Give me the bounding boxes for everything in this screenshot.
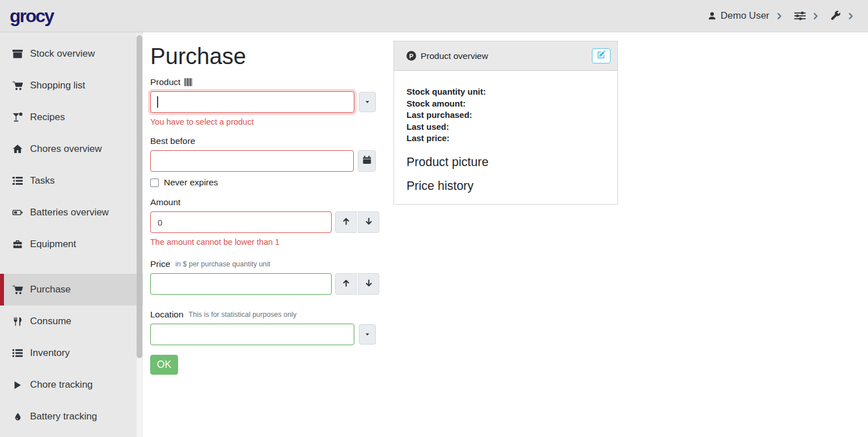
caret-down-icon <box>365 329 370 340</box>
stock-amount-label: Stock amount: <box>407 98 606 110</box>
amount-decrement-button[interactable] <box>358 211 379 233</box>
price-field-group: Price in $ per purchase quantity unit <box>150 259 376 295</box>
sidebar-scrollbar-track[interactable] <box>137 34 142 437</box>
arrow-down-icon <box>365 217 373 228</box>
sidebar-item-purchase[interactable]: Purchase <box>0 274 143 306</box>
amount-field-group: Amount The amount cannot be lower than 1 <box>150 197 376 247</box>
amount-input[interactable] <box>150 211 332 233</box>
sidebar-scrollbar-thumb[interactable] <box>137 35 142 358</box>
sidebar-item-label: Tasks <box>30 175 54 186</box>
sidebar-item-label: Consume <box>30 316 71 327</box>
sidebar-item-label: Battery tracking <box>30 411 97 422</box>
topbar-nav: Demo User <box>708 10 854 22</box>
product-error-text: You have to select a product <box>150 117 376 126</box>
price-decrement-button[interactable] <box>358 273 379 295</box>
home-icon <box>11 144 24 154</box>
product-picture-heading: Product picture <box>407 155 606 169</box>
sidebar-item-consume[interactable]: Consume <box>0 306 143 337</box>
list-icon <box>11 348 24 358</box>
sliders-icon <box>794 11 806 21</box>
battery-icon <box>11 208 24 217</box>
best-before-label: Best before <box>150 136 195 146</box>
topbar: grocy Demo User <box>0 0 868 32</box>
product-input[interactable] <box>150 91 354 113</box>
price-label: Price <box>150 259 170 269</box>
shopping-cart-icon <box>11 285 24 295</box>
grocy-logo: grocy <box>10 7 53 25</box>
sidebar: Stock overview Shopping list Recipes Cho… <box>0 32 143 437</box>
product-label: Product <box>150 77 180 87</box>
never-expires-checkbox[interactable] <box>150 179 159 187</box>
sidebar-item-batteries-overview[interactable]: Batteries overview <box>0 197 143 228</box>
amount-label: Amount <box>150 197 180 207</box>
last-used-label: Last used: <box>407 121 606 133</box>
sidebar-item-inventory[interactable]: Inventory <box>0 337 143 369</box>
product-dropdown-button[interactable] <box>359 92 376 112</box>
sidebar-item-label: Purchase <box>30 284 71 295</box>
sidebar-item-label: Chore tracking <box>30 379 93 391</box>
location-field-group: Location This is for statistical purpose… <box>150 309 376 345</box>
never-expires-label: Never expires <box>164 177 218 188</box>
location-label: Location <box>150 309 184 320</box>
best-before-input[interactable] <box>150 150 354 172</box>
sidebar-item-battery-tracking[interactable]: Battery tracking <box>0 401 143 432</box>
sidebar-item-chores-overview[interactable]: Chores overview <box>0 133 143 165</box>
calendar-icon <box>362 155 371 167</box>
calendar-button[interactable] <box>358 150 376 172</box>
tasks-icon <box>11 176 24 186</box>
user-icon <box>708 11 717 20</box>
chevron-right-icon <box>812 12 819 20</box>
amount-error-text: The amount cannot be lower than 1 <box>150 237 376 247</box>
amount-increment-button[interactable] <box>335 211 357 233</box>
arrow-down-icon <box>365 279 373 290</box>
sidebar-item-recipes[interactable]: Recipes <box>0 101 143 133</box>
ok-button[interactable]: OK <box>150 355 178 375</box>
box-icon <box>11 49 24 59</box>
user-name: Demo User <box>721 10 769 22</box>
shopping-cart-icon <box>11 81 24 91</box>
product-overview-body: Stock quantity unit: Stock amount: Last … <box>394 71 617 193</box>
cocktail-icon <box>11 112 24 122</box>
product-field-group: Product You have to select a product <box>150 77 376 126</box>
play-icon <box>11 380 24 390</box>
sidebar-item-tasks[interactable]: Tasks <box>0 165 143 197</box>
last-purchased-label: Last purchased: <box>407 109 606 121</box>
price-increment-button[interactable] <box>335 273 357 295</box>
purchase-form: Product You have to select a product <box>150 77 376 375</box>
product-overview-title: Product overview <box>421 51 488 61</box>
sidebar-item-label: Inventory <box>30 347 70 359</box>
sidebar-item-label: Chores overview <box>30 143 102 155</box>
location-hint: This is for statistical purposes only <box>189 311 297 319</box>
app-window: grocy Demo User <box>0 0 868 437</box>
toolbox-icon <box>11 239 24 249</box>
product-circle-icon: P <box>407 51 416 61</box>
product-overview-header: P Product overview <box>394 41 617 71</box>
edit-icon <box>597 50 606 61</box>
location-dropdown-button[interactable] <box>359 324 376 345</box>
price-input[interactable] <box>150 273 332 295</box>
product-input-wrap <box>150 91 354 113</box>
caret-down-icon <box>365 97 370 107</box>
sidebar-item-label: Shopping list <box>30 80 85 91</box>
user-menu[interactable]: Demo User <box>708 10 769 22</box>
sidebar-item-label: Stock overview <box>30 48 95 60</box>
chevron-right-icon <box>776 12 783 20</box>
never-expires-row: Never expires <box>150 177 376 188</box>
arrow-up-icon <box>342 217 350 228</box>
sidebar-item-shopping-list[interactable]: Shopping list <box>0 70 143 101</box>
sidebar-item-equipment[interactable]: Equipment <box>0 228 143 260</box>
drop-icon <box>11 412 24 422</box>
settings-menu[interactable] <box>794 11 806 21</box>
sidebar-item-label: Batteries overview <box>30 207 109 218</box>
sidebar-item-chore-tracking[interactable]: Chore tracking <box>0 369 143 401</box>
sidebar-item-stock-overview[interactable]: Stock overview <box>0 38 143 70</box>
location-select[interactable] <box>150 324 354 345</box>
stock-quantity-unit-label: Stock quantity unit: <box>407 86 606 98</box>
wrench-icon <box>831 11 841 21</box>
admin-menu[interactable] <box>831 11 841 21</box>
product-label-row: Product <box>150 77 376 87</box>
edit-product-button[interactable] <box>592 48 611 63</box>
chevron-right-icon <box>847 12 854 20</box>
price-history-heading: Price history <box>407 179 606 193</box>
product-overview-panel: P Product overview Stock quantity unit: … <box>393 41 618 205</box>
